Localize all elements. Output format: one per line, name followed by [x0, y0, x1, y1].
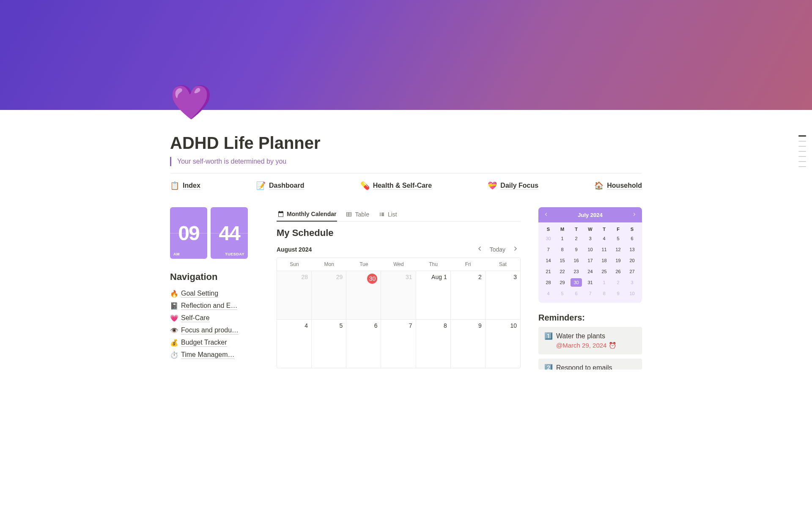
mini-day[interactable]: 19 [612, 256, 624, 265]
mini-day[interactable]: 25 [598, 267, 610, 276]
top-nav-item-index[interactable]: 📋Index [170, 181, 200, 190]
calendar-day[interactable]: 4 [277, 319, 312, 368]
mini-day[interactable]: 17 [584, 256, 596, 265]
mini-day[interactable]: 20 [626, 256, 638, 265]
mini-day[interactable]: 23 [571, 267, 582, 276]
mini-day[interactable]: 9 [571, 245, 582, 254]
mini-day[interactable]: 21 [543, 267, 554, 276]
calendar-day[interactable]: 28 [277, 271, 312, 319]
calendar-day[interactable]: 8 [416, 319, 451, 368]
mini-day[interactable]: 5 [557, 289, 568, 298]
today-button[interactable]: Today [490, 246, 505, 253]
calendar-day[interactable]: 6 [346, 319, 381, 368]
chevron-left-icon [543, 212, 549, 217]
prev-month-button[interactable] [475, 244, 485, 254]
mini-next-button[interactable] [632, 211, 637, 218]
nav-item[interactable]: 💗Self-Care [170, 312, 259, 324]
outline-item[interactable] [798, 161, 806, 162]
next-month-button[interactable] [510, 244, 521, 254]
nav-label: Daily Focus [500, 182, 538, 190]
mini-day[interactable]: 5 [612, 234, 624, 243]
top-nav-item-daily-focus[interactable]: 💝Daily Focus [488, 181, 538, 190]
mini-day[interactable]: 26 [612, 267, 624, 276]
view-tab-table[interactable]: Table [345, 208, 370, 221]
day-number: 4 [304, 322, 308, 329]
outline-item[interactable] [798, 166, 806, 167]
mini-day[interactable]: 28 [543, 278, 554, 287]
nav-item[interactable]: 📓Reflection and E… [170, 300, 259, 312]
calendar-day[interactable]: 29 [312, 271, 346, 319]
calendar-day[interactable]: 9 [451, 319, 486, 368]
calendar-day[interactable]: Aug 1 [416, 271, 451, 319]
mini-prev-button[interactable] [543, 211, 549, 218]
outline-item[interactable] [798, 151, 806, 152]
mini-day[interactable]: 3 [584, 234, 596, 243]
mini-day[interactable]: 27 [626, 267, 638, 276]
mini-day[interactable]: 3 [626, 278, 638, 287]
nav-item[interactable]: ⏱️Time Managem… [170, 349, 259, 361]
calendar-day[interactable]: 10 [486, 319, 520, 368]
mini-day[interactable]: 6 [626, 234, 638, 243]
mini-day[interactable]: 7 [543, 245, 554, 254]
mini-day[interactable]: 4 [543, 289, 554, 298]
outline-item[interactable] [798, 156, 806, 157]
reminder-emoji: 2️⃣ [544, 364, 553, 370]
mini-day[interactable]: 30 [571, 278, 582, 287]
mini-day[interactable]: 16 [571, 256, 582, 265]
calendar-day[interactable]: 31 [381, 271, 416, 319]
mini-day[interactable]: 2 [612, 278, 624, 287]
calendar-day[interactable]: 7 [381, 319, 416, 368]
mini-day[interactable]: 31 [584, 278, 596, 287]
nav-item[interactable]: 💰Budget Tracker [170, 337, 259, 349]
mini-day[interactable]: 29 [557, 278, 568, 287]
mini-day[interactable]: 24 [584, 267, 596, 276]
mini-day[interactable]: 14 [543, 256, 554, 265]
mini-day[interactable]: 1 [598, 278, 610, 287]
mini-day[interactable]: 11 [598, 245, 610, 254]
calendar-day[interactable]: 30 [346, 271, 381, 319]
top-nav-item-health-self-care[interactable]: 💊Health & Self-Care [360, 181, 432, 190]
reminder-item[interactable]: 2️⃣Respond to emails [538, 359, 642, 370]
mini-day[interactable]: 9 [612, 289, 624, 298]
mini-day[interactable]: 10 [626, 289, 638, 298]
nav-item-label: Time Managem… [181, 351, 235, 359]
nav-item-label: Focus and produ… [181, 326, 239, 334]
mini-dow: S [543, 227, 554, 232]
table-icon [346, 211, 352, 218]
nav-label: Dashboard [269, 182, 304, 190]
mini-day[interactable]: 4 [598, 234, 610, 243]
view-tab-monthly-calendar[interactable]: Monthly Calendar [277, 207, 337, 222]
month-label: August 2024 [277, 246, 312, 253]
mini-day[interactable]: 10 [584, 245, 596, 254]
mini-day[interactable]: 1 [557, 234, 568, 243]
nav-item[interactable]: 👁️Focus and produ… [170, 324, 259, 337]
mini-day[interactable]: 2 [571, 234, 582, 243]
outline-item[interactable] [798, 135, 806, 137]
view-tab-list[interactable]: List [378, 208, 398, 221]
mini-day[interactable]: 8 [557, 245, 568, 254]
mini-day[interactable]: 12 [612, 245, 624, 254]
nav-label: Health & Self-Care [373, 182, 432, 190]
mini-day[interactable]: 22 [557, 267, 568, 276]
mini-day[interactable]: 7 [584, 289, 596, 298]
calendar-day[interactable]: 5 [312, 319, 346, 368]
mini-day[interactable]: 13 [626, 245, 638, 254]
mini-day[interactable]: 6 [571, 289, 582, 298]
page-outline[interactable] [798, 135, 806, 167]
mini-day[interactable]: 30 [543, 234, 554, 243]
mini-day[interactable]: 15 [557, 256, 568, 265]
nav-emoji: 💝 [488, 181, 497, 190]
view-tab-label: Table [355, 211, 369, 218]
top-nav-item-dashboard[interactable]: 📝Dashboard [256, 181, 304, 190]
calendar-day[interactable]: 2 [451, 271, 486, 319]
calendar-day[interactable]: 3 [486, 271, 520, 319]
nav-item[interactable]: 🔥Goal Setting [170, 288, 259, 300]
outline-item[interactable] [798, 146, 806, 147]
reminder-item[interactable]: 1️⃣Water the plants@March 29, 2024 ⏰ [538, 327, 642, 354]
mini-dow: M [557, 227, 568, 232]
navigation-heading: Navigation [170, 271, 259, 282]
mini-day[interactable]: 8 [598, 289, 610, 298]
mini-day[interactable]: 18 [598, 256, 610, 265]
outline-item[interactable] [798, 141, 806, 142]
top-nav-item-household[interactable]: 🏠Household [594, 181, 642, 190]
